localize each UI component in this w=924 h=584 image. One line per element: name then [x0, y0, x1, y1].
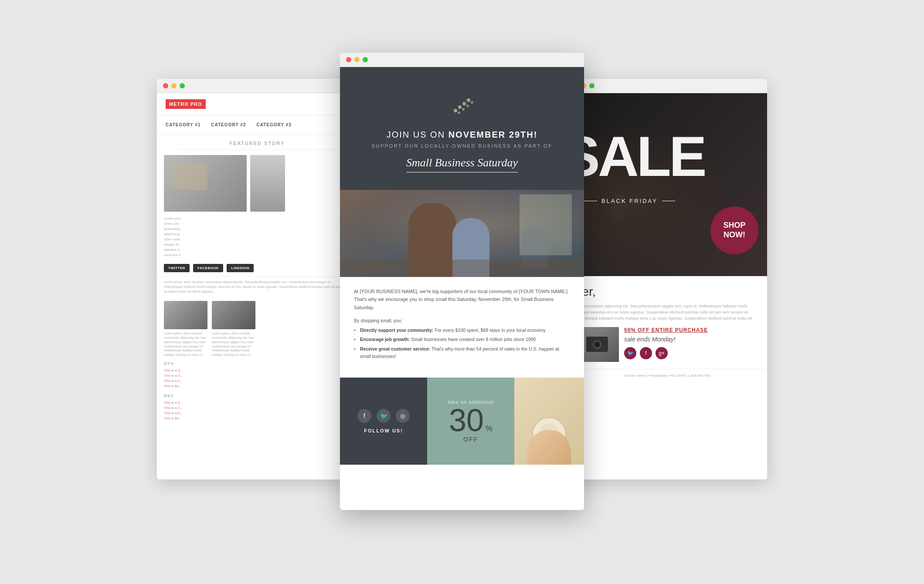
svg-point-2 — [462, 102, 466, 105]
black-friday-label: BLACK FRIDAY — [584, 198, 675, 204]
facebook-icon[interactable]: f — [357, 409, 371, 423]
shop-now-button[interactable]: SHOPNOW! — [710, 206, 758, 254]
twitter-icon[interactable]: 🐦 — [377, 409, 391, 423]
body-text-left: Lorem ipsum dolor sit amet, consectetur … — [157, 277, 357, 297]
bf-line-right — [662, 201, 675, 201]
right-hand-section: 50% OFF ENTIRE PURCHASE sale ends Monday… — [567, 327, 767, 369]
rec-link-1[interactable]: This is a S... — [164, 401, 350, 405]
link-1[interactable]: This is a S... — [164, 368, 350, 372]
nav-item-1[interactable]: CATEGORY #1 — [166, 122, 200, 127]
right-promo: 50% OFF ENTIRE PURCHASE sale ends Monday… — [624, 327, 758, 362]
black-friday-hero: SALE BLACK FRIDAY SHOPNOW! — [567, 93, 767, 276]
footer-food-image — [514, 378, 584, 465]
thumb-item-1: Lorem ipsum, dolor sit amet, consectetur… — [164, 301, 207, 357]
linkedin-btn[interactable]: LINKEDIN — [227, 264, 254, 272]
instagram-icon[interactable]: ◎ — [396, 409, 410, 423]
center-dot-red — [346, 57, 351, 62]
greeting: ber, — [575, 285, 758, 299]
thumb-text-1: Lorem ipsum, dolor sit amet, consectetur… — [164, 331, 207, 357]
shopping-small-label: By shopping small, you: — [354, 318, 570, 323]
cup-1 — [610, 193, 628, 219]
dot-red — [163, 83, 168, 88]
facebook-btn[interactable]: FACEBOOK — [193, 264, 223, 272]
titlebar-right — [567, 79, 767, 93]
rec-link-2[interactable]: This is a S... — [164, 406, 350, 410]
right-facebook-icon[interactable]: f — [640, 347, 652, 359]
rec-link-3[interactable]: This is Lin... — [164, 411, 350, 415]
thumb-text-2: Lorem ipsum, dolor sit amet, consectetur… — [212, 331, 255, 357]
table-surface — [340, 260, 584, 277]
right-twitter-icon[interactable]: 🐦 — [624, 347, 636, 359]
center-dot-green — [363, 57, 368, 62]
featured-image-side — [250, 155, 285, 212]
titlebar-left — [157, 79, 357, 93]
window-center: JOIN US ON NOVEMBER 29th! SUPPORT OUR LO… — [340, 53, 584, 510]
bullet-3: Receive great customer service: That's w… — [354, 345, 570, 360]
svg-point-6 — [466, 105, 469, 107]
bullet-1: Directly support your community: For eve… — [354, 327, 570, 334]
footer-discount: take an additional 30 % OFF — [427, 378, 514, 465]
featured-divider — [177, 149, 337, 150]
brand-logo-icon — [447, 89, 477, 119]
svg-point-4 — [458, 111, 460, 114]
bullet-list: Directly support your community: For eve… — [354, 327, 570, 360]
link-2[interactable]: This is a S... — [164, 374, 350, 378]
twitter-btn[interactable]: TWITTER — [164, 264, 190, 272]
left-content: METRO PRO CATEGORY #1 CATEGORY #2 CATEGO… — [157, 93, 357, 426]
right-social-row: 🐦 f g+ — [624, 347, 758, 359]
follow-label: FOLLOW US! — [364, 428, 403, 433]
feat-text: Lorem ipsuamet, conpellentesqadipiscingv… — [157, 216, 357, 261]
body-intro: At [YOUR BUSINESS NAME], we're big suppo… — [354, 287, 570, 312]
link-3[interactable]: This is Lin... — [164, 379, 350, 383]
discount-number: 30 — [449, 405, 484, 436]
small-biz-title: Small Business Saturday — [406, 156, 518, 172]
featured-image-area — [157, 155, 357, 216]
fifty-off-label: 50% OFF ENTIRE PURCHASE — [624, 327, 758, 333]
featured-label: FEATURED STORY — [157, 135, 357, 149]
right-dot-green — [589, 83, 594, 88]
svg-point-1 — [458, 105, 462, 109]
nav-item-2[interactable]: CATEGORY #2 — [211, 122, 246, 127]
right-gplus-icon[interactable]: g+ — [656, 347, 668, 359]
bf-line-left — [584, 201, 597, 201]
nav-item-3[interactable]: CATEGORY #3 — [257, 122, 292, 127]
footer-follow: f 🐦 ◎ FOLLOW US! — [340, 378, 427, 465]
discount-off: OFF — [463, 436, 478, 443]
metro-logo: METRO PRO — [166, 99, 206, 109]
other-links: OTH This is a S... This is a S... This i… — [157, 361, 357, 394]
thumb-img-2 — [212, 301, 255, 329]
join-us-text: JOIN US ON NOVEMBER 29th! — [353, 130, 571, 140]
svg-point-0 — [454, 109, 457, 112]
dot-green — [180, 83, 185, 88]
center-dot-yellow — [354, 57, 360, 62]
discount-display: 30 % — [449, 405, 493, 436]
sale-ends: sale ends Monday! — [624, 336, 758, 343]
bullet-2: Encourage job growth: Small businesses h… — [354, 336, 570, 343]
rec-label: REC — [164, 394, 350, 398]
percent-sign: % — [486, 424, 493, 433]
featured-image-main — [164, 155, 247, 212]
scene: METRO PRO CATEGORY #1 CATEGORY #2 CATEGO… — [157, 53, 767, 532]
svg-point-5 — [462, 108, 465, 111]
window-left: METRO PRO CATEGORY #1 CATEGORY #2 CATEGO… — [157, 79, 357, 479]
bf-text: BLACK FRIDAY — [601, 198, 658, 204]
dot-yellow — [171, 83, 177, 88]
right-footer: 23 Main Street | Philadelphia, PA 12345 … — [567, 369, 767, 382]
thumb-img-1 — [164, 301, 207, 329]
metro-header: METRO PRO — [157, 93, 357, 115]
metro-nav: CATEGORY #1 CATEGORY #2 CATEGORY #3 — [157, 115, 357, 135]
shop-now-text: SHOPNOW! — [723, 221, 745, 240]
window-light — [520, 194, 572, 255]
center-header: JOIN US ON NOVEMBER 29th! SUPPORT OUR LO… — [340, 67, 584, 190]
sale-text: SALE — [567, 128, 705, 185]
titlebar-center — [340, 53, 584, 67]
rec-link-4[interactable]: This is An... — [164, 416, 350, 420]
other-label: OTH — [164, 361, 350, 366]
window-right: SALE BLACK FRIDAY SHOPNOW! ber, eet, con… — [567, 79, 767, 479]
svg-point-7 — [471, 101, 473, 104]
svg-point-3 — [467, 98, 470, 102]
link-4[interactable]: This is An... — [164, 384, 350, 388]
right-text-section: ber, eet, consectetur adipiscing elit. S… — [567, 276, 767, 322]
social-buttons: TWITTER FACEBOOK LINKEDIN — [157, 261, 357, 277]
center-footer: f 🐦 ◎ FOLLOW US! take an additional 30 %… — [340, 378, 584, 465]
